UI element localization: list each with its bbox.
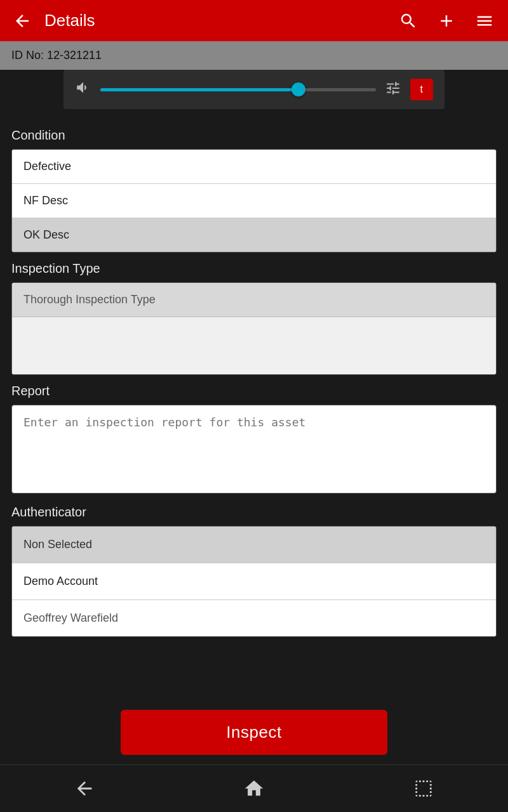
condition-list: Defective NF Desc OK Desc — [11, 149, 497, 252]
nav-home-button[interactable] — [235, 773, 273, 804]
authenticator-label: Authenticator — [11, 505, 497, 520]
search-button[interactable] — [391, 5, 425, 37]
auth-item-geoffrey[interactable]: Geoffrey Warefield — [12, 600, 496, 636]
nav-back-button[interactable] — [65, 773, 104, 804]
speaker-icon — [75, 79, 91, 100]
auth-item-demo[interactable]: Demo Account — [12, 563, 496, 600]
inspect-button[interactable]: Inspect — [121, 710, 387, 755]
menu-button[interactable] — [467, 5, 502, 37]
condition-item-okdesc[interactable]: OK Desc — [12, 218, 496, 252]
id-bar: ID No: 12-321211 — [0, 41, 508, 70]
id-label: ID No: 12-321211 — [11, 49, 102, 62]
volume-slider[interactable] — [100, 84, 376, 95]
condition-label: Condition — [11, 128, 497, 143]
inspection-type-label: Inspection Type — [11, 261, 497, 276]
authenticator-list: Non Selected Demo Account Geoffrey Waref… — [11, 526, 497, 637]
nav-recent-button[interactable] — [404, 773, 443, 804]
condition-item-nfdesc[interactable]: NF Desc — [12, 184, 496, 218]
report-input[interactable] — [11, 405, 497, 494]
audio-settings-icon[interactable] — [385, 80, 401, 100]
nav-bar — [0, 764, 508, 812]
add-button[interactable] — [429, 5, 464, 37]
slider-track — [100, 88, 376, 91]
page-title: Details — [38, 11, 391, 30]
report-label: Report — [11, 384, 497, 398]
main-content: Condition Defective NF Desc OK Desc Insp… — [0, 109, 508, 647]
slider-fill — [100, 88, 298, 91]
back-button[interactable] — [6, 5, 38, 37]
inspect-btn-container: Inspect — [0, 704, 508, 761]
header-actions — [391, 5, 502, 37]
inspection-type-selected[interactable]: Thorough Inspection Type — [12, 283, 496, 317]
audio-bar: t — [64, 70, 444, 109]
inspection-type-box: Thorough Inspection Type — [11, 282, 497, 375]
audio-action-button[interactable]: t — [410, 79, 433, 100]
condition-item-defective[interactable]: Defective — [12, 150, 496, 184]
auth-item-nonselected[interactable]: Non Selected — [12, 527, 496, 563]
slider-thumb[interactable] — [291, 82, 305, 96]
inspection-type-empty — [12, 317, 496, 374]
app-header: Details — [0, 0, 508, 41]
